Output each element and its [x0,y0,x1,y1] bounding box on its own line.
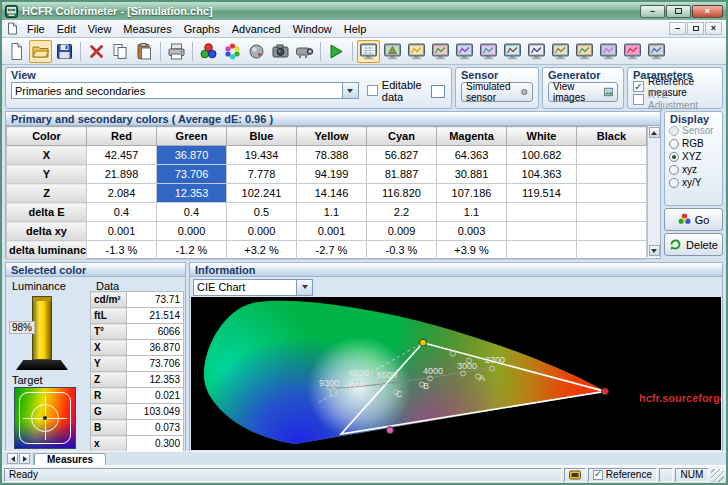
run-measures-icon[interactable] [325,40,348,63]
simulated-sensor-button[interactable]: Simulated sensor [461,82,533,102]
cell-y-magenta[interactable]: 30.881 [437,165,507,184]
view-images-button[interactable]: View images [548,82,618,102]
cell-delta-xy-red[interactable]: 0.001 [87,222,157,241]
secondary-colors-icon[interactable] [221,40,244,63]
copy-icon[interactable] [109,40,132,63]
menu-edit[interactable]: Edit [51,22,82,36]
scroll-up-icon[interactable] [649,127,660,138]
display-option-xyz[interactable]: XYZ [669,150,718,163]
cell-delta-xy-yellow[interactable]: 0.001 [297,222,367,241]
cell-delta-luminance-green[interactable]: -1.2 % [157,241,227,260]
cell-delta-luminance-magenta[interactable]: +3.9 % [437,241,507,260]
cell-delta-luminance-white[interactable] [507,241,577,260]
sensor-device-icon[interactable] [245,40,268,63]
cell-delta-xy-magenta[interactable]: 0.003 [437,222,507,241]
pink-noise-view-icon[interactable] [621,40,644,63]
view-selector[interactable]: Primaries and secondaries [11,82,359,99]
cell-y-white[interactable]: 104.363 [507,165,577,184]
reference-measure-checkbox[interactable]: ✓ [633,81,644,92]
go-button[interactable]: Go [664,208,723,231]
display-option-xyy[interactable]: xy/Y [669,176,718,189]
near-white-view-icon[interactable] [549,40,572,63]
free-measures-view-icon[interactable] [597,40,620,63]
cell-delta-luminance-blue[interactable]: +3.2 % [227,241,297,260]
cell-z-white[interactable]: 119.514 [507,184,577,203]
column-header-yellow[interactable]: Yellow [297,127,367,146]
column-header-magenta[interactable]: Magenta [437,127,507,146]
menu-file[interactable]: File [21,22,51,36]
cell-delta-xy-white[interactable] [507,222,577,241]
column-header-cyan[interactable]: Cyan [367,127,437,146]
cell-x-cyan[interactable]: 56.827 [367,146,437,165]
color-temperature-view-icon[interactable] [477,40,500,63]
mdi-close-button[interactable]: × [705,22,722,35]
cell-z-cyan[interactable]: 116.820 [367,184,437,203]
menu-window[interactable]: Window [287,22,338,36]
cell-x-green[interactable]: 36.870 [157,146,227,165]
menu-measures[interactable]: Measures [117,22,177,36]
editable-data-checkbox[interactable] [367,85,378,96]
cell-y-red[interactable]: 21.898 [87,165,157,184]
video-generator-icon[interactable] [293,40,316,63]
table-scrollbar[interactable] [647,126,660,257]
settings-view-icon[interactable] [645,40,668,63]
delete-measure-icon[interactable] [85,40,108,63]
cell-x-red[interactable]: 42.457 [87,146,157,165]
near-black-view-icon[interactable] [525,40,548,63]
cell-x-black[interactable] [577,146,647,165]
resize-grip[interactable] [711,469,724,482]
data-grid-view-icon[interactable] [357,40,380,63]
mdi-restore-button[interactable] [687,22,704,35]
cell-z-red[interactable]: 2.084 [87,184,157,203]
cell-x-white[interactable]: 100.682 [507,146,577,165]
cell-x-yellow[interactable]: 78.388 [297,146,367,165]
display-option-rgb[interactable]: RGB [669,137,718,150]
cell-delta-e-yellow[interactable]: 1.1 [297,203,367,222]
cell-delta-e-red[interactable]: 0.4 [87,203,157,222]
cell-z-blue[interactable]: 102.241 [227,184,297,203]
cell-y-black[interactable] [577,165,647,184]
cell-delta-xy-green[interactable]: 0.000 [157,222,227,241]
column-header-black[interactable]: Black [577,127,647,146]
display-option-xyz[interactable]: xyz [669,163,718,176]
print-icon[interactable] [165,40,188,63]
document-icon[interactable] [6,22,19,35]
gamma-view-icon[interactable] [405,40,428,63]
menu-graphs[interactable]: Graphs [178,22,226,36]
cell-delta-e-green[interactable]: 0.4 [157,203,227,222]
column-header-white[interactable]: White [507,127,577,146]
rgb-primaries-icon[interactable] [197,40,220,63]
tab-measures[interactable]: Measures [34,453,106,465]
cell-z-black[interactable] [577,184,647,203]
delete-button[interactable]: Delete [664,233,723,256]
reference-status-checkbox[interactable]: ✓ [593,470,603,480]
column-header-red[interactable]: Red [87,127,157,146]
cell-delta-e-magenta[interactable]: 1.1 [437,203,507,222]
tab-prev-icon[interactable] [7,453,18,464]
cell-y-yellow[interactable]: 94.199 [297,165,367,184]
capture-image-icon[interactable] [269,40,292,63]
cell-delta-luminance-red[interactable]: -1.3 % [87,241,157,260]
cell-delta-e-white[interactable] [507,203,577,222]
cell-delta-luminance-black[interactable] [577,241,647,260]
xyz-adjustment-checkbox[interactable] [633,94,644,105]
cell-delta-xy-cyan[interactable]: 0.009 [367,222,437,241]
status-reference[interactable]: ✓ Reference [588,468,657,482]
cell-delta-luminance-cyan[interactable]: -0.3 % [367,241,437,260]
paste-icon[interactable] [133,40,156,63]
menu-view[interactable]: View [82,22,118,36]
cell-x-magenta[interactable]: 64.363 [437,146,507,165]
rgb-levels-view-icon[interactable] [429,40,452,63]
grid-icon[interactable] [431,85,445,98]
cie-chart[interactable]: 93006500D655500400030002700ABChcfr.sourc… [191,297,721,450]
title-bar[interactable]: HCFR Colorimeter - [Simulation.chc] – × [2,2,726,20]
menu-help[interactable]: Help [338,22,373,36]
mdi-minimize-button[interactable]: – [669,22,686,35]
cell-y-green[interactable]: 73.706 [157,165,227,184]
saturation-view-icon[interactable] [573,40,596,63]
cell-delta-xy-blue[interactable]: 0.000 [227,222,297,241]
xyz-adjustment-option[interactable]: XYZ Adjustment [633,93,717,106]
cell-z-yellow[interactable]: 14.146 [297,184,367,203]
scroll-down-icon[interactable] [649,245,660,256]
cell-delta-xy-black[interactable] [577,222,647,241]
